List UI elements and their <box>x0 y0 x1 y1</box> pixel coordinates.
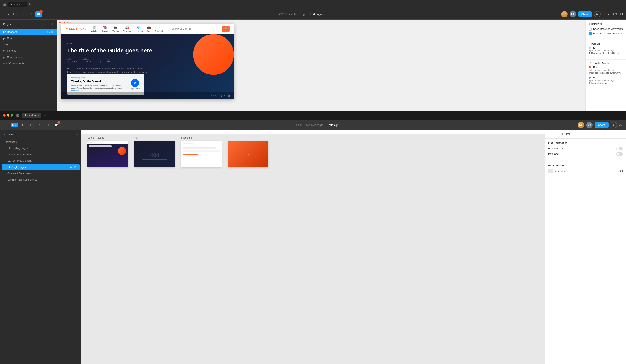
page-list-homepage[interactable]: Homepage <box>2 139 79 145</box>
bottom-comment-tool[interactable]: 💬 ! <box>53 122 59 128</box>
show-resolved-option[interactable]: Show Resolved Comments <box>589 28 623 31</box>
bottom-text-tool[interactable]: T <box>46 123 50 127</box>
show-resolved-label: Show Resolved Comments <box>593 28 623 31</box>
email-share-icon[interactable]: ✉ <box>224 94 226 97</box>
title-page[interactable]: Redesign <box>310 13 321 16</box>
text-tool[interactable]: T <box>30 12 34 17</box>
bottom-tab-add[interactable]: + <box>44 113 46 118</box>
pixel-grid-label: Pixel Grid <box>548 153 559 155</box>
pages-add-button[interactable]: + <box>76 132 78 137</box>
page-list-comment-components[interactable]: Comment Components <box>2 170 79 176</box>
eye-icon[interactable]: 👁 <box>607 12 611 16</box>
pixel-preview-toggle-1[interactable] <box>616 147 623 151</box>
thumb-subscribe-content <box>181 141 222 167</box>
pages-collapse-arrow[interactable]: ▼ <box>3 133 5 136</box>
tab-add-button[interactable]: + <box>29 2 31 7</box>
comment-item-13: 13 ··· Kylie Timpani, 4 months ago A dif… <box>589 46 623 55</box>
search-input[interactable] <box>170 26 223 31</box>
bottom-title-arrow[interactable]: ▾ <box>340 124 341 126</box>
play-button[interactable]: ▶ <box>594 11 601 17</box>
nav-label: Guides <box>102 30 108 32</box>
frame-tool[interactable]: ⊞ ▾ <box>3 11 11 17</box>
background-color-swatch[interactable] <box>548 168 553 173</box>
background-title: BACKGROUND <box>548 164 623 166</box>
bottom-move-tool[interactable]: ▶ ▾ <box>11 123 18 127</box>
facebook-share-icon[interactable]: f <box>219 94 219 97</box>
nav-label: Newsletter <box>155 30 164 32</box>
search-submit-button[interactable]: 🔍 <box>223 26 230 32</box>
tab-close[interactable]: × <box>38 114 39 117</box>
bottom-share-button[interactable]: Share <box>595 122 609 128</box>
page-badge: 3 of 13 <box>46 31 53 33</box>
sponsor-link[interactable]: Find out more <box>71 89 82 91</box>
thumb-text <box>89 149 119 150</box>
frame-icon: ⊞ <box>4 12 7 16</box>
nav-snippets[interactable]: 💎 Snippets <box>135 26 143 32</box>
design-tab-design[interactable]: DESIGN <box>545 130 586 138</box>
show-resolved-checkbox[interactable] <box>589 28 592 31</box>
page-item-ge-components[interactable]: ge Components <box>0 54 57 60</box>
twitter-share-icon[interactable]: t <box>221 94 222 97</box>
canvas-area: Super Guide ✦ CSS-TRICKS 📰 Articles <box>57 20 585 114</box>
design-tabs: DESIGN PR <box>545 130 626 139</box>
page-item-components[interactable]: omponents <box>0 48 57 54</box>
close-window-button[interactable] <box>3 114 6 117</box>
zoom-display[interactable]: 47% <box>613 13 618 16</box>
maximize-window-button[interactable] <box>11 114 13 117</box>
email-notifications-checkbox[interactable]: ✓ <box>589 32 592 35</box>
comment-number: 13 <box>593 46 595 49</box>
nav-newsletter[interactable]: ✉ Newsletter <box>155 26 164 32</box>
nav-jobs[interactable]: 💼 Jobs <box>147 26 151 32</box>
page-item-headers[interactable]: pe Headers 3 of 13 <box>0 29 57 35</box>
videos-icon: 🎬 <box>114 26 117 30</box>
nav-articles[interactable]: 📰 Articles <box>91 26 98 32</box>
page-list-l3[interactable]: L3. Post Type Content <box>2 158 79 164</box>
grid-view-icon[interactable]: ⊞ <box>16 114 19 117</box>
title-dropdown-arrow[interactable]: ▾ <box>323 13 324 15</box>
nav-guides[interactable]: 📚 Guides <box>102 26 108 32</box>
bottom-frame-tool[interactable]: ⊞ ▾ <box>20 123 27 127</box>
page-list-l4[interactable]: L4. Single Pages 5 of 13 <box>2 164 79 170</box>
page-list-l2[interactable]: L2. Post Type Headers <box>2 152 79 158</box>
page-item-content[interactable]: pe Content <box>0 35 57 41</box>
thumb-frame-search[interactable] <box>87 141 128 167</box>
nav-videos[interactable]: 🎬 Videos <box>113 26 118 32</box>
page-item-library[interactable]: ary / Components <box>0 60 57 67</box>
page-label: ary / Components <box>3 62 24 65</box>
bottom-shape-tool[interactable]: □ ▾ <box>29 123 35 127</box>
tab-close-icon[interactable]: × <box>23 3 24 6</box>
frame-arrow: ▾ <box>8 13 9 16</box>
shape-tool[interactable]: □ ▾ <box>12 12 19 17</box>
bottom-canvas: Search Results <box>81 130 545 364</box>
bottom-avatar-primary: KT <box>578 122 584 128</box>
thumb-frame-subscribe[interactable] <box>181 141 222 167</box>
minimize-window-button[interactable] <box>7 114 9 117</box>
bottom-play-button[interactable]: ▶ <box>611 122 617 128</box>
bottom-warning-icon[interactable]: ⚠ <box>619 123 622 127</box>
bottom-pen-tool[interactable]: ✒ ▾ <box>38 123 44 127</box>
email-notifications-option[interactable]: ✓ Receive email notifications <box>589 32 623 35</box>
grid-icon[interactable]: ⊞ <box>3 3 6 6</box>
nav-almanac[interactable]: 📖 Almanac <box>123 26 131 32</box>
comments-tool[interactable]: 💬 ! <box>35 11 42 17</box>
user-avatar-primary: KT <box>561 11 568 17</box>
thumb-frame-a[interactable]: A <box>228 141 269 167</box>
page-list-l1[interactable]: L1. Landing Pages <box>2 145 79 151</box>
bottom-title-page[interactable]: Redesign <box>326 123 338 127</box>
page-list-landing-components[interactable]: Landing Page Components <box>2 177 79 183</box>
warning-icon[interactable]: ⚠ <box>603 12 605 16</box>
thumb-sub-text <box>183 148 216 149</box>
linkedin-share-icon[interactable]: in <box>228 94 230 97</box>
pages-add-icon[interactable]: + <box>51 22 53 26</box>
share-button[interactable]: Share <box>578 11 592 17</box>
top-titlebar: ⊞ Redesign × + <box>0 0 626 9</box>
top-tab-redesign[interactable]: Redesign × <box>8 2 27 7</box>
thumb-frame-404[interactable]: 404 <box>134 141 175 167</box>
design-tab-pr[interactable]: PR <box>586 130 626 138</box>
fit-icon[interactable]: ⊡ <box>620 12 623 16</box>
page-item-pages[interactable]: ages <box>0 41 57 48</box>
pen-tool[interactable]: ✒ ▾ <box>21 11 28 17</box>
pixel-grid-toggle[interactable] <box>616 152 623 156</box>
bottom-tab-redesign[interactable]: Redesign × <box>22 113 41 118</box>
hamburger-icon[interactable]: ☰ <box>4 123 7 127</box>
